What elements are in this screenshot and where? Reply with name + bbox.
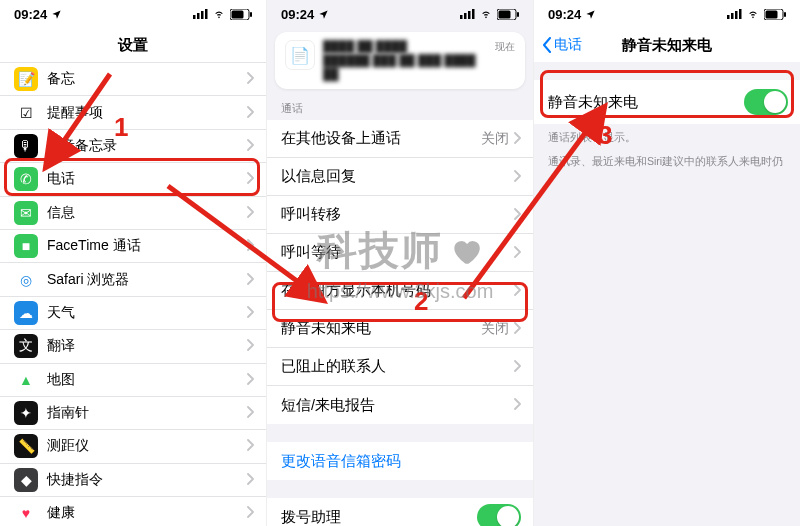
status-right-icons — [460, 9, 519, 20]
settings-row-facetime[interactable]: ■FaceTime 通话 — [0, 230, 266, 263]
back-button[interactable]: 电话 — [542, 28, 582, 62]
notification-card[interactable]: 📄 ████ ██ ████ ██████ ███ ██ ███ ████ ██… — [275, 32, 525, 89]
svg-rect-6 — [250, 12, 252, 17]
row-label: 语音备忘录 — [47, 137, 246, 155]
dial-assist-group: 拨号助理 — [267, 498, 533, 526]
phone-settings-list: 在其他设备上通话关闭以信息回复呼叫转移呼叫等待在被叫方显示本机号码静音未知来电关… — [267, 120, 533, 424]
message-icon: ✉︎ — [14, 201, 38, 225]
settings-row-map[interactable]: ▲地图 — [0, 364, 266, 397]
settings-row-phone[interactable]: ✆电话 — [0, 163, 266, 196]
svg-rect-1 — [197, 13, 200, 19]
silence-unknown-toggle[interactable] — [744, 89, 788, 115]
settings-row-shortcut[interactable]: ◆快捷指令 — [0, 464, 266, 497]
row-label: 电话 — [47, 170, 246, 188]
row-label: 拨号助理 — [281, 508, 477, 526]
settings-row-translate[interactable]: 文翻译 — [0, 330, 266, 363]
list-icon: ☑︎ — [14, 101, 38, 125]
chevron-right-icon — [246, 405, 254, 421]
health-icon: ♥ — [14, 501, 38, 525]
row-label: 在其他设备上通话 — [281, 129, 481, 148]
svg-rect-3 — [205, 9, 208, 19]
chevron-right-icon — [513, 169, 521, 185]
notification-title: ████ ██ ████ — [323, 40, 487, 54]
row-label: 地图 — [47, 371, 246, 389]
change-voicemail-password[interactable]: 更改语音信箱密码 — [267, 442, 533, 480]
row-value: 关闭 — [481, 130, 509, 148]
svg-rect-19 — [766, 10, 778, 18]
row-label: 指南针 — [47, 404, 246, 422]
settings-list: 📝备忘☑︎提醒事项🎙语音备忘录✆电话✉︎信息■FaceTime 通话◎Safar… — [0, 62, 266, 526]
phone-row-5[interactable]: 静音未知来电关闭 — [267, 310, 533, 348]
facetime-icon: ■ — [14, 234, 38, 258]
phone-row-0[interactable]: 在其他设备上通话关闭 — [267, 120, 533, 158]
row-label: Safari 浏览器 — [47, 271, 246, 289]
measure-icon: 📏 — [14, 434, 38, 458]
notification-app-icon: 📄 — [285, 40, 315, 70]
chevron-right-icon — [513, 321, 521, 337]
voicemail-group: 更改语音信箱密码 — [267, 442, 533, 480]
chevron-right-icon — [513, 283, 521, 299]
wifi-icon — [746, 9, 760, 19]
settings-row-message[interactable]: ✉︎信息 — [0, 197, 266, 230]
screen-settings: 09:24 设置 📝备忘☑︎提醒事项🎙语音备忘录✆电话✉︎信息■FaceTime… — [0, 0, 267, 526]
row-label: 提醒事项 — [47, 104, 246, 122]
screen-phone-settings: 09:24 📄 ████ ██ ████ ██████ ███ ██ ███ █… — [267, 0, 534, 526]
dial-assist-row[interactable]: 拨号助理 — [267, 498, 533, 526]
phone-row-7[interactable]: 短信/来电报告 — [267, 386, 533, 424]
battery-icon — [764, 9, 786, 20]
silence-note-2: 通讯录、最近来电和Siri建议中的联系人来电时仍 — [534, 154, 800, 178]
svg-rect-12 — [499, 10, 511, 18]
settings-row-mic[interactable]: 🎙语音备忘录 — [0, 130, 266, 163]
chevron-right-icon — [246, 305, 254, 321]
silence-unknown-row[interactable]: 静音未知来电 — [534, 80, 800, 124]
chevron-right-icon — [246, 138, 254, 154]
phone-row-6[interactable]: 已阻止的联系人 — [267, 348, 533, 386]
settings-row-compass[interactable]: ✦指南针 — [0, 397, 266, 430]
settings-row-health[interactable]: ♥健康 — [0, 497, 266, 526]
row-label: 测距仪 — [47, 437, 246, 455]
notification-body: ██████ ███ ██ ███ ████ ██ — [323, 54, 487, 82]
status-time: 09:24 — [548, 7, 581, 22]
svg-rect-5 — [232, 10, 244, 18]
row-label: 信息 — [47, 204, 246, 222]
phone-icon: ✆ — [14, 167, 38, 191]
map-icon: ▲ — [14, 368, 38, 392]
page-title: 设置 — [118, 36, 148, 55]
translate-icon: 文 — [14, 334, 38, 358]
svg-rect-7 — [460, 15, 463, 19]
row-label: 呼叫等待 — [281, 243, 513, 262]
phone-row-4[interactable]: 在被叫方显示本机号码 — [267, 272, 533, 310]
battery-icon — [497, 9, 519, 20]
chevron-right-icon — [246, 105, 254, 121]
row-label: 已阻止的联系人 — [281, 357, 513, 376]
nav-bar: 电话 静音未知来电 — [534, 28, 800, 62]
phone-row-2[interactable]: 呼叫转移 — [267, 196, 533, 234]
mic-icon: 🎙 — [14, 134, 38, 158]
phone-row-3[interactable]: 呼叫等待 — [267, 234, 533, 272]
signal-icon — [727, 9, 742, 19]
notification-time: 现在 — [495, 40, 515, 54]
row-label: 翻译 — [47, 337, 246, 355]
settings-row-safari[interactable]: ◎Safari 浏览器 — [0, 263, 266, 296]
screen-silence-unknown: 09:24 电话 静音未知来电 静音未知来电 — [534, 0, 800, 526]
status-time: 09:24 — [281, 7, 314, 22]
chevron-right-icon — [513, 131, 521, 147]
weather-icon: ☁︎ — [14, 301, 38, 325]
svg-rect-9 — [468, 11, 471, 19]
location-arrow-icon — [51, 9, 62, 20]
chevron-right-icon — [513, 397, 521, 413]
chevron-right-icon — [513, 359, 521, 375]
settings-row-measure[interactable]: 📏测距仪 — [0, 430, 266, 463]
row-label: 静音未知来电 — [281, 319, 481, 338]
page-title: 静音未知来电 — [622, 36, 712, 55]
settings-row-weather[interactable]: ☁︎天气 — [0, 297, 266, 330]
settings-row-note[interactable]: 📝备忘 — [0, 63, 266, 96]
svg-rect-13 — [517, 12, 519, 17]
settings-row-list[interactable]: ☑︎提醒事项 — [0, 96, 266, 129]
chevron-right-icon — [246, 238, 254, 254]
dial-assist-toggle[interactable] — [477, 504, 521, 526]
phone-row-1[interactable]: 以信息回复 — [267, 158, 533, 196]
svg-rect-8 — [464, 13, 467, 19]
svg-rect-20 — [784, 12, 786, 17]
chevron-right-icon — [513, 207, 521, 223]
